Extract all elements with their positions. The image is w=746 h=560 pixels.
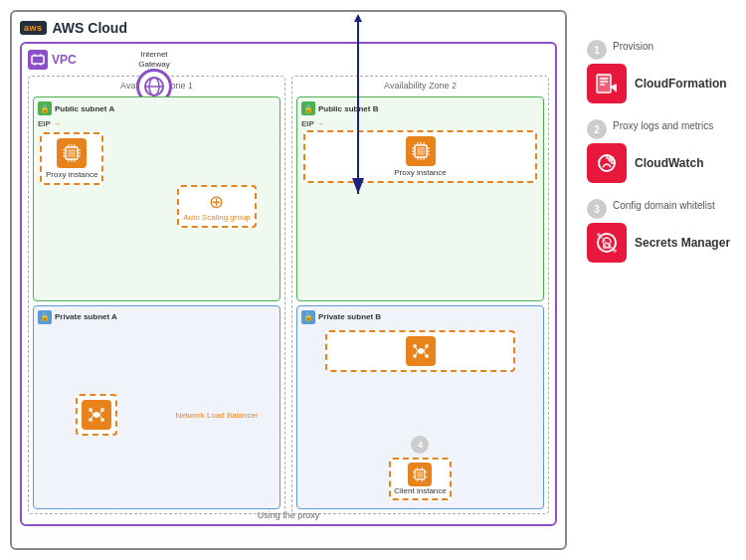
vpc-box: VPC InternetGateway Availability Zone 1: [20, 42, 557, 526]
zone1-public-content: EIP →: [38, 119, 276, 294]
eip-label-zone1: EIP: [38, 119, 51, 128]
public-subnet-a: 🔒 Public subnet A EIP →: [33, 96, 280, 301]
step1-number: 1: [587, 40, 607, 60]
subnet-b-header: 🔒 Public subnet B: [301, 101, 539, 115]
cloudformation-name: CloudFormation: [635, 77, 727, 91]
svg-point-18: [93, 412, 99, 418]
private-subnet-a: 🔒 Private subnet A: [33, 305, 280, 510]
svg-rect-60: [597, 75, 611, 93]
eip-row-zone1: EIP →: [38, 119, 61, 128]
proxy-service-box-zone1: Proxy instance: [40, 132, 103, 185]
right-sidebar: 1 Provision CloudFormation: [577, 10, 736, 550]
svg-rect-5: [68, 149, 76, 157]
private-b-content: 4: [301, 328, 539, 501]
scatter-service-box-right: [325, 330, 515, 372]
subnet-private-a-label: Private subnet A: [55, 312, 117, 321]
zone1: Availability Zone 1 🔒 Public subnet A EI…: [28, 76, 285, 514]
cloudformation-row: CloudFormation: [587, 64, 727, 103]
svg-point-67: [608, 156, 614, 162]
cloudwatch-name: CloudWatch: [635, 156, 704, 170]
cloudformation-step: 1 Provision: [587, 40, 653, 60]
scatter-service-box-left: [76, 394, 117, 436]
secrets-row: Secrets Manager: [587, 223, 730, 263]
proxy-label-zone2: Proxy instance: [394, 168, 446, 177]
chip-icon-zone2: [406, 136, 436, 166]
subnet-private-a-header: 🔒 Private subnet A: [38, 310, 276, 324]
client-chip-icon: [408, 463, 432, 486]
subnet-private-b-header: 🔒 Private subnet B: [301, 310, 539, 324]
nlb-area: Network Load Balancer: [158, 328, 276, 503]
client-area: 4: [389, 436, 451, 500]
nlb-label: Network Load Balancer: [175, 411, 258, 420]
svg-rect-51: [417, 471, 424, 478]
autoscale-icon: ⊕: [209, 191, 224, 213]
proxy-box-zone1: EIP →: [38, 119, 155, 294]
zone2-label: Availability Zone 2: [296, 81, 544, 91]
secrets-name: Secrets Manager: [635, 236, 730, 250]
svg-point-41: [418, 348, 424, 354]
svg-rect-28: [417, 147, 425, 155]
autoscale-service-box: ⊕ Auto Scaling group: [177, 185, 257, 228]
aws-cloud-box: Internet aws AWS Cloud VPC InternetGatew…: [10, 10, 567, 550]
subnet-b-label: Public subnet B: [318, 104, 378, 113]
private-zone1-content: Network Load Balancer: [38, 328, 276, 503]
gateway-label: InternetGateway: [138, 50, 170, 69]
zone2: Availability Zone 2 🔒 Public subnet B EI…: [291, 76, 549, 514]
subnet-private-b-icon: 🔒: [301, 310, 315, 324]
svg-rect-0: [32, 56, 44, 64]
using-proxy-label: Using the proxy: [22, 510, 555, 520]
scatter-left: [38, 328, 155, 503]
zones-container: Availability Zone 1 🔒 Public subnet A EI…: [28, 76, 549, 514]
svg-point-75: [613, 249, 617, 253]
sidebar-item-cloudformation: 1 Provision CloudFormation: [587, 40, 736, 103]
subnet-a-label: Public subnet A: [55, 104, 114, 113]
proxy-service-box-zone2: Proxy instance: [303, 130, 537, 183]
sidebar-item-secrets: 3 Config domain whitelist Secrets Manag: [587, 199, 736, 263]
vpc-header: VPC: [28, 50, 549, 70]
autoscale-label: Auto Scaling group: [183, 213, 251, 222]
proxy-label-zone1: Proxy instance: [46, 170, 97, 179]
cloudformation-desc: Provision: [613, 40, 653, 53]
secrets-desc: Config domain whitelist: [613, 199, 715, 212]
chip-icon-zone1: [57, 138, 87, 168]
public-subnet-b: 🔒 Public subnet B EIP →: [296, 96, 544, 301]
cloudwatch-step: 2 Proxy logs and metrics: [587, 119, 713, 139]
subnet-a-header: 🔒 Public subnet A: [38, 101, 276, 115]
step4-circle: 4: [411, 436, 429, 454]
secrets-step: 3 Config domain whitelist: [587, 199, 715, 219]
aws-cloud-label: AWS Cloud: [53, 20, 127, 36]
svg-point-74: [597, 233, 601, 237]
client-box: Client instance: [389, 458, 451, 500]
aws-logo: aws: [20, 21, 47, 35]
vpc-label: VPC: [52, 53, 77, 67]
scatter-icon-left: [82, 400, 111, 430]
secrets-icon: [587, 223, 627, 263]
step2-number: 2: [587, 119, 607, 139]
vpc-icon: [28, 50, 48, 70]
aws-header: aws AWS Cloud: [20, 20, 557, 36]
subnet-a-icon: 🔒: [38, 101, 52, 115]
subnet-private-a-icon: 🔒: [38, 310, 52, 324]
subnet-private-b-label: Private subnet B: [318, 312, 381, 321]
client-label: Client instance: [394, 486, 446, 495]
eip-label-zone2: EIP: [301, 119, 314, 128]
cloudwatch-desc: Proxy logs and metrics: [613, 119, 713, 132]
autoscale-box: ⊕ Auto Scaling group: [158, 119, 276, 294]
scatter-icon-right: [406, 336, 436, 366]
step3-number: 3: [587, 199, 607, 219]
cloudwatch-row: CloudWatch: [587, 143, 704, 183]
cloudformation-icon: [587, 64, 627, 103]
subnet-b-icon: 🔒: [301, 101, 315, 115]
sidebar-item-cloudwatch: 2 Proxy logs and metrics CloudWatch: [587, 119, 736, 183]
cloudwatch-icon: [587, 143, 627, 183]
eip-row-zone2: EIP →: [301, 119, 539, 128]
private-subnet-b: 🔒 Private subnet B: [296, 305, 544, 510]
